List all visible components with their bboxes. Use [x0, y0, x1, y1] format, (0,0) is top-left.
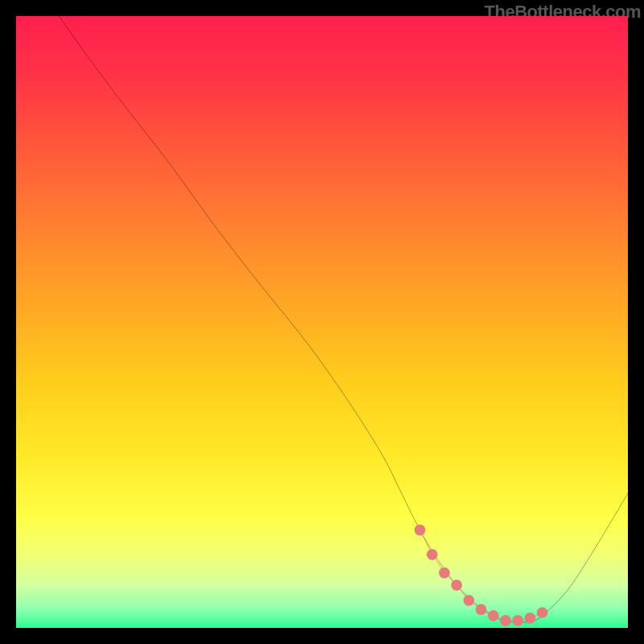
valley-marker	[488, 610, 499, 621]
valley-marker	[500, 615, 511, 626]
valley-marker	[415, 525, 426, 536]
valley-marker	[464, 595, 475, 606]
valley-marker	[439, 568, 450, 579]
chart-plot-area	[16, 16, 628, 628]
valley-markers	[415, 525, 548, 626]
chart-curve-layer	[16, 16, 628, 628]
chart-frame	[16, 16, 628, 628]
valley-marker	[427, 549, 438, 560]
valley-marker	[525, 613, 536, 624]
valley-marker	[537, 607, 548, 618]
valley-marker	[476, 604, 487, 615]
bottleneck-curve	[59, 16, 628, 622]
valley-marker	[451, 580, 462, 591]
valley-marker	[512, 615, 523, 626]
